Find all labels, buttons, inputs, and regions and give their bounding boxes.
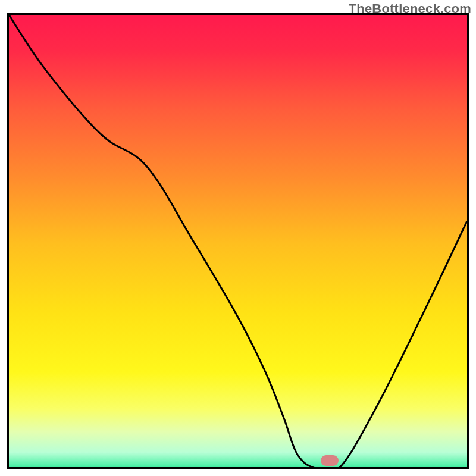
chart-container: TheBottleneck.com [0,0,476,476]
watermark-label: TheBottleneck.com [349,1,471,17]
optimal-marker [321,455,339,466]
plot-area [7,13,469,469]
bottleneck-curve [9,15,467,469]
